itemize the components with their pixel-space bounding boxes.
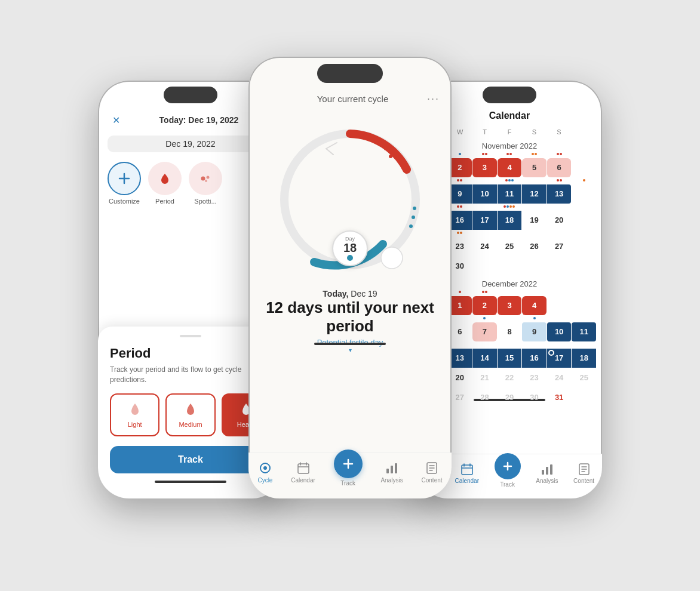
nov-dots3-6 [547,204,572,210]
dec-4[interactable]: 4 [522,296,547,315]
dec-18[interactable]: 18 [572,349,596,368]
nov-10[interactable]: 10 [472,184,497,204]
dec-23[interactable]: 23 [522,368,547,387]
nov-11[interactable]: 11 [498,184,522,204]
dec-dots3-6 [547,342,572,348]
r-nav-track[interactable]: Track [495,459,521,488]
dec-empty-2 [547,296,572,315]
dec-7[interactable]: 7 [472,322,497,341]
period-icon-item[interactable]: Period [148,162,182,205]
dec-16[interactable]: 16 [522,349,547,368]
cycle-day-badge: Day 18 [332,230,368,266]
nov-dots-5 [522,152,547,158]
r-nav-analysis[interactable]: Analysis [536,463,558,484]
dec-24[interactable]: 24 [547,368,572,387]
dow-s2: S [547,126,571,138]
dec-14[interactable]: 14 [472,349,497,368]
nov-27[interactable]: 27 [547,237,572,256]
center-header: Your current cycle ··· [248,83,452,110]
nov-dots2-6 [547,178,572,184]
dec-dots2-7 [572,316,596,322]
r-nav-content[interactable]: Content [573,463,594,484]
dec-dots3-7 [572,342,596,348]
dec-11[interactable]: 11 [572,322,596,341]
analysis-nav-icon [385,461,399,475]
nov-dots-4 [498,152,522,158]
nov-dots4-4 [498,230,522,236]
cycle-nav-icon [258,461,272,475]
dec-empty-3 [572,296,596,315]
nov-24[interactable]: 24 [472,237,497,256]
svg-rect-41 [546,467,548,475]
nav-cycle[interactable]: Cycle [257,461,272,484]
nov-18[interactable]: 18 [498,211,522,230]
nov-17[interactable]: 17 [472,211,497,230]
svg-line-7 [326,149,333,155]
center-bottom-nav: Cycle Calendar [248,453,452,498]
svg-point-3 [207,176,210,179]
track-nav-button[interactable] [334,450,363,478]
close-button[interactable]: ✕ [108,112,124,128]
dec-10[interactable]: 10 [547,322,572,341]
svg-rect-34 [462,465,472,475]
nov-4[interactable]: 4 [498,158,522,177]
nav-content[interactable]: Content [422,461,443,484]
more-options-icon[interactable]: ··· [427,93,440,105]
nov-dots4-7 [572,230,596,236]
customize-icon-item[interactable]: Customize [108,162,141,205]
day-indicator-dot [347,255,353,261]
dec-15[interactable]: 15 [498,349,522,368]
r-nav-calendar[interactable]: Calendar [455,463,479,484]
nov-19[interactable]: 19 [522,211,547,230]
svg-rect-42 [550,464,552,475]
nav-analysis[interactable]: Analysis [380,461,403,484]
r-track-button[interactable] [495,453,521,479]
nov-5[interactable]: 5 [522,158,547,177]
svg-point-2 [201,177,205,181]
dec-17[interactable]: 17 [547,349,572,368]
nov-20[interactable]: 20 [547,211,572,230]
cycle-ring-area: Day 18 [266,116,434,283]
dec-30[interactable]: 30 [522,388,547,407]
dec-28[interactable]: 28 [472,388,497,407]
dynamic-island-center [317,64,383,83]
spotting-circle [189,162,222,195]
phone-center: Your current cycle ··· [248,57,452,498]
r-calendar-icon [460,463,474,476]
nav-track-center[interactable]: Track [334,458,363,487]
flow-light-btn[interactable]: Light [110,393,159,436]
dec-3[interactable]: 3 [498,296,522,315]
track-nav-label: Track [340,480,355,487]
cycle-today: Today, Dec 19 [260,289,440,298]
dec-dots3-5 [522,342,547,348]
dec-9[interactable]: 9 [522,322,547,341]
nov-6[interactable]: 6 [547,158,572,177]
nov-26[interactable]: 26 [522,237,547,256]
dec-25[interactable]: 25 [572,368,596,387]
track-button-left[interactable]: Track [110,446,271,473]
nov-dots-6 [547,152,572,158]
nov-25[interactable]: 25 [498,237,522,256]
nov-dots4-6 [547,230,572,236]
dec-31[interactable]: 31 [547,388,572,407]
dec-22[interactable]: 22 [498,368,522,387]
svg-rect-27 [395,463,397,473]
dec-dots2-5 [522,316,547,322]
dec-dots3-3 [472,342,497,348]
nov-12[interactable]: 12 [522,184,547,204]
nov-dots2-7 [572,178,596,184]
spotting-icon-item[interactable]: Spotti... [189,162,222,205]
dec-21[interactable]: 21 [472,368,497,387]
calendar-nav-label: Calendar [291,477,315,484]
nov-13[interactable]: 13 [547,184,572,204]
dynamic-island-right [483,87,536,103]
dec-8[interactable]: 8 [498,322,522,341]
nov-3[interactable]: 3 [472,158,497,177]
svg-rect-26 [391,466,393,473]
nav-calendar[interactable]: Calendar [291,461,315,484]
dec-29[interactable]: 29 [498,388,522,407]
flow-medium-btn[interactable]: Medium [165,393,215,436]
dec-dots3-4 [498,342,522,348]
flow-options: Light Medium Heavy [110,393,271,436]
dec-2[interactable]: 2 [472,296,497,315]
